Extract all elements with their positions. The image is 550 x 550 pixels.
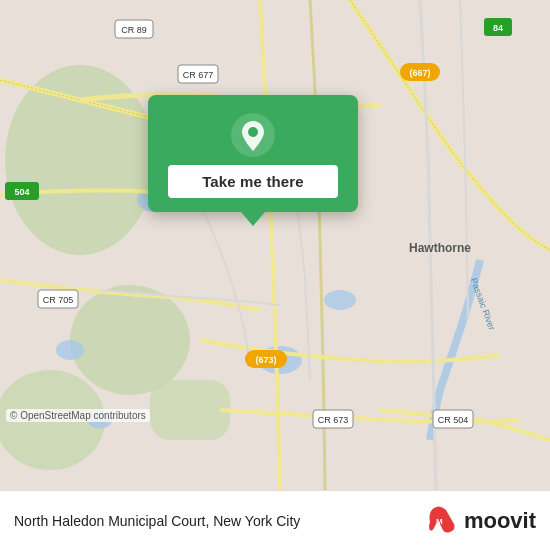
svg-text:84: 84 [493,23,503,33]
popup-card: Take me there [148,95,358,212]
svg-point-9 [324,290,356,310]
svg-text:(667): (667) [409,68,430,78]
svg-rect-5 [150,380,230,440]
svg-text:CR 89: CR 89 [121,25,147,35]
svg-text:504: 504 [14,187,29,197]
svg-text:Hawthorne: Hawthorne [409,241,471,255]
map-container: CR 89 CR 677 (667) 84 504 CR 705 (673) C… [0,0,550,490]
svg-text:(673): (673) [255,355,276,365]
moovit-logo: M moovit [426,502,536,540]
svg-text:CR 705: CR 705 [43,295,74,305]
svg-point-2 [70,285,190,395]
svg-point-32 [248,127,258,137]
location-pin-icon [231,113,275,157]
bottom-bar: North Haledon Municipal Court, New York … [0,490,550,550]
svg-text:CR 677: CR 677 [183,70,214,80]
svg-text:M: M [436,517,443,526]
svg-text:CR 673: CR 673 [318,415,349,425]
take-me-there-button[interactable]: Take me there [168,165,338,198]
location-title: North Haledon Municipal Court, New York … [14,513,426,529]
moovit-wordmark: moovit [464,508,536,534]
svg-point-7 [56,340,84,360]
map-attribution: © OpenStreetMap contributors [6,409,150,422]
svg-text:CR 504: CR 504 [438,415,469,425]
moovit-bus-icon: M [426,502,458,540]
